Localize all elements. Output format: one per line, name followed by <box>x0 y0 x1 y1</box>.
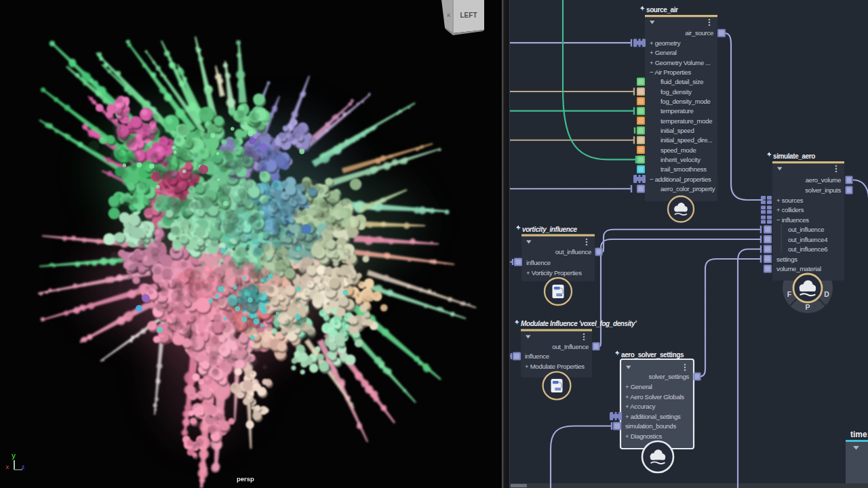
svg-text:aero_solver_settings: aero_solver_settings <box>621 351 684 359</box>
svg-text:influence: influence <box>525 352 549 360</box>
svg-text:aero_volume: aero_volume <box>806 176 841 184</box>
svg-text:+ Vorticity Properties: + Vorticity Properties <box>526 269 582 277</box>
svg-text:− influences: − influences <box>776 216 809 224</box>
svg-text:+ sources: + sources <box>776 197 804 204</box>
svg-text:Modulate Influence 'voxel_fog_: Modulate Influence 'voxel_fog_density' <box>521 320 637 327</box>
svg-text:fluid_detail_size: fluid_detail_size <box>660 78 703 85</box>
svg-text:simulate_aero: simulate_aero <box>773 152 815 160</box>
svg-text:out_influence6: out_influence6 <box>788 245 827 253</box>
svg-text:inherit_velocity: inherit_velocity <box>660 156 701 163</box>
svg-text:air_source: air_source <box>685 29 713 37</box>
svg-text:vorticity_influence: vorticity_influence <box>522 226 578 233</box>
svg-text:+ additional_settings: + additional_settings <box>625 413 681 420</box>
svg-text:simulation_bounds: simulation_bounds <box>625 422 676 430</box>
svg-text:temperature_mode: temperature_mode <box>660 117 712 125</box>
svg-text:K: K <box>447 13 450 18</box>
svg-text:speed_mode: speed_mode <box>660 146 696 154</box>
svg-text:F: F <box>787 290 792 298</box>
svg-text:out_Influence: out_Influence <box>552 343 589 350</box>
svg-text:out_influence4: out_influence4 <box>788 236 828 243</box>
svg-text:D: D <box>824 290 829 298</box>
svg-text:out_influence: out_influence <box>555 248 591 256</box>
svg-text:solver_settings: solver_settings <box>649 373 690 380</box>
svg-text:volume_material: volume_material <box>776 265 821 272</box>
svg-text:+ geometry: + geometry <box>650 39 681 47</box>
svg-text:initial_speed: initial_speed <box>660 127 694 134</box>
svg-text:persp: persp <box>237 475 254 483</box>
svg-text:y: y <box>12 451 16 460</box>
svg-text:z: z <box>22 464 25 470</box>
svg-text:x: x <box>5 464 9 470</box>
svg-text:settings: settings <box>776 256 797 263</box>
svg-text:+ Accuracy: + Accuracy <box>625 403 656 410</box>
svg-text:+ General: + General <box>625 383 652 390</box>
svg-text:initial_speed_dire...: initial_speed_dire... <box>660 136 712 144</box>
svg-text:+ General: + General <box>650 49 677 56</box>
svg-text:P: P <box>805 303 810 311</box>
svg-text:LEFT: LEFT <box>460 12 477 19</box>
svg-text:+ Diagnostics: + Diagnostics <box>625 432 662 440</box>
svg-text:− additional_properties: − additional_properties <box>650 176 711 183</box>
svg-text:fog_density: fog_density <box>660 88 692 96</box>
svg-text:temperature: temperature <box>660 107 693 115</box>
svg-text:+ Geometry Volume ...: + Geometry Volume ... <box>650 59 710 66</box>
svg-text:influence: influence <box>526 259 551 266</box>
svg-text:+ Modulate Properties: + Modulate Properties <box>525 363 585 370</box>
svg-text:+ Aero Solver Globals: + Aero Solver Globals <box>625 393 684 401</box>
svg-text:trail_smoothness: trail_smoothness <box>660 165 707 173</box>
svg-text:time:: time: <box>850 430 868 439</box>
svg-text:fog_density_mode: fog_density_mode <box>660 98 711 105</box>
svg-text:out_influence: out_influence <box>788 226 824 233</box>
svg-text:aero_color_property: aero_color_property <box>660 185 715 192</box>
svg-text:source_air: source_air <box>646 6 678 14</box>
svg-text:solver_inputs: solver_inputs <box>805 186 841 194</box>
svg-text:+ colliders: + colliders <box>776 206 804 214</box>
svg-text:− Air Properties: − Air Properties <box>650 68 692 76</box>
